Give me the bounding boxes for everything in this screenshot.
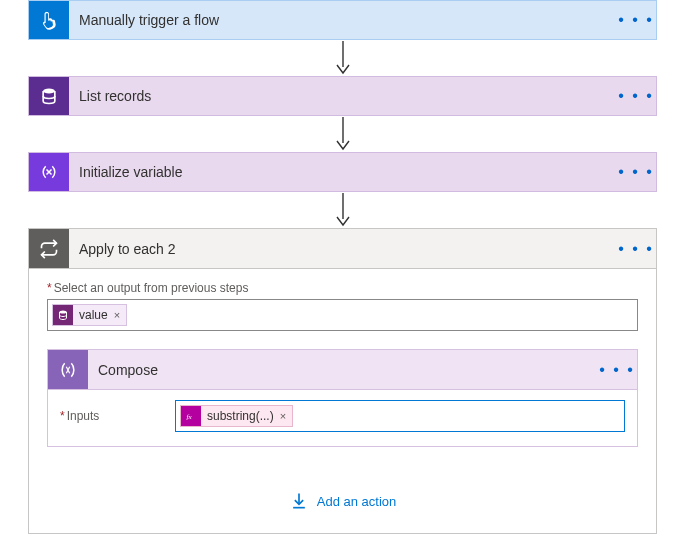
svg-point-1 (43, 89, 55, 94)
add-action-button[interactable]: Add an action (47, 491, 638, 511)
token-expression[interactable]: fx substring(...) × (180, 405, 293, 427)
connector-arrow (28, 40, 657, 76)
step-menu-button[interactable]: • • • (616, 87, 656, 105)
token-value[interactable]: value × (52, 304, 127, 326)
database-icon (53, 305, 73, 325)
token-label: substring(...) (207, 409, 274, 423)
step-title: Manually trigger a flow (69, 12, 616, 28)
compose-header[interactable]: Compose • • • (48, 350, 637, 390)
inputs-field[interactable]: fx substring(...) × (175, 400, 625, 432)
fx-icon: fx (181, 406, 201, 426)
svg-point-4 (60, 311, 67, 314)
token-remove-button[interactable]: × (114, 309, 120, 321)
step-manual-trigger[interactable]: Manually trigger a flow • • • (28, 0, 657, 40)
output-field-label: *Select an output from previous steps (47, 281, 638, 295)
step-initialize-variable[interactable]: Initialize variable • • • (28, 152, 657, 192)
step-list-records[interactable]: List records • • • (28, 76, 657, 116)
svg-text:fx: fx (187, 413, 193, 421)
connector-arrow (28, 192, 657, 228)
loop-icon (29, 229, 69, 268)
database-icon (29, 77, 69, 115)
step-apply-to-each: Apply to each 2 • • • *Select an output … (28, 228, 657, 534)
connector-arrow (28, 116, 657, 152)
token-remove-button[interactable]: × (280, 410, 286, 422)
step-title: Compose (88, 362, 597, 378)
step-compose: Compose • • • *Inputs fx substring(...) … (47, 349, 638, 447)
step-title: Apply to each 2 (69, 241, 616, 257)
add-action-label: Add an action (317, 494, 397, 509)
step-menu-button[interactable]: • • • (597, 361, 637, 379)
step-menu-button[interactable]: • • • (616, 163, 656, 181)
step-menu-button[interactable]: • • • (616, 240, 656, 258)
compose-icon (48, 350, 88, 389)
token-label: value (79, 308, 108, 322)
add-step-icon (289, 491, 309, 511)
step-title: Initialize variable (69, 164, 616, 180)
inputs-label: *Inputs (60, 409, 165, 423)
step-title: List records (69, 88, 616, 104)
touch-icon (29, 1, 69, 39)
variable-icon (29, 153, 69, 191)
loop-header[interactable]: Apply to each 2 • • • (29, 229, 656, 269)
step-menu-button[interactable]: • • • (616, 11, 656, 29)
output-field[interactable]: value × (47, 299, 638, 331)
